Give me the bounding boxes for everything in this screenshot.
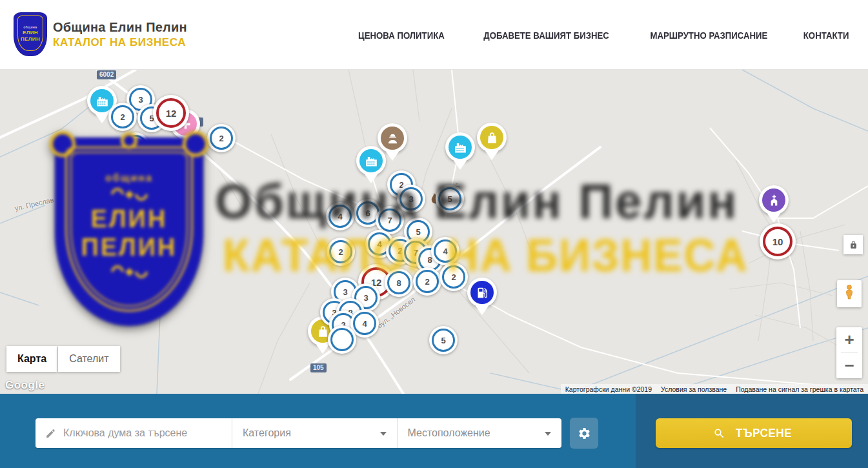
lock-icon: [849, 241, 858, 249]
chevron-down-icon: [380, 432, 387, 439]
attribution-copyright: Картографски данни ©2019: [561, 385, 656, 393]
municipality-crest-icon: община ЕЛИН ПЕЛИН: [14, 13, 46, 56]
site-logo[interactable]: община ЕЛИН ПЕЛИН Община Елин Пелин КАТА…: [14, 13, 187, 56]
nav-route-schedule[interactable]: МАРШРУТНО РАЗПИСАНИЕ: [650, 30, 767, 41]
cluster-ring: [124, 135, 147, 158]
cluster-marker[interactable]: 2: [207, 124, 236, 152]
cluster-count: 2: [425, 277, 429, 287]
map-canvas[interactable]: ул. Преславбул. „Новоселци“ 6002105 3251…: [0, 70, 868, 394]
keyword-segment: [35, 418, 232, 448]
pegman-icon: [842, 284, 857, 303]
cluster-marker[interactable]: 12: [153, 95, 189, 131]
google-logo[interactable]: Google: [5, 379, 45, 392]
crest-top-label: община: [23, 25, 37, 29]
cluster-count: 4: [362, 319, 367, 329]
map-type-control: Карта Сателит: [6, 346, 120, 372]
cluster-marker[interactable]: 10: [760, 223, 796, 259]
crest-line1: ЕЛИН: [23, 30, 38, 36]
cluster-count: 10: [772, 236, 783, 247]
gear-icon: [578, 427, 591, 440]
cluster-count: 4: [443, 247, 447, 256]
cluster-count: 12: [166, 108, 177, 119]
cluster-marker[interactable]: 4: [326, 202, 354, 230]
site-title: Община Елин Пелин: [53, 20, 187, 35]
cluster-marker[interactable]: 3: [397, 185, 425, 213]
cluster-marker[interactable]: 4: [431, 237, 459, 265]
cluster-marker[interactable]: 2: [327, 238, 355, 266]
advanced-settings-button[interactable]: [570, 418, 598, 449]
lock-button[interactable]: [843, 235, 863, 254]
cluster-count: 2: [120, 112, 125, 122]
cluster-marker[interactable]: [121, 132, 150, 161]
location-select[interactable]: Местоположение: [398, 418, 562, 448]
cluster-marker[interactable]: 2: [413, 267, 441, 296]
cluster-ring: [330, 328, 354, 351]
cluster-count: 5: [416, 227, 420, 237]
cluster-count: 3: [409, 194, 413, 204]
attribution-report-link[interactable]: Подаване на сигнал за грешка в картата: [731, 385, 868, 393]
site-subtitle: КАТАЛОГ НА БИЗНЕСА: [53, 36, 187, 49]
cluster-count: 2: [219, 134, 223, 143]
nav-contacts[interactable]: КОНТАКТИ: [803, 30, 849, 41]
cluster-marker[interactable]: 5: [429, 326, 458, 354]
cluster-count: 2: [451, 272, 456, 282]
cluster-count: 3: [343, 287, 347, 297]
cluster-marker[interactable]: 2: [439, 263, 468, 291]
category-select[interactable]: Категория: [232, 418, 397, 448]
search-button[interactable]: ТЪРСЕНЕ: [656, 418, 852, 448]
cluster-markers-layer: 325122235647542278412822333834510: [0, 70, 868, 394]
zoom-in-button[interactable]: +: [836, 327, 862, 352]
chevron-down-icon: [545, 432, 551, 439]
cluster-count: 2: [338, 247, 343, 257]
map-type-satellite-button[interactable]: Сателит: [58, 346, 119, 372]
cluster-count: 7: [387, 216, 392, 225]
category-select-value: Категория: [243, 427, 291, 439]
cluster-marker[interactable]: [328, 325, 356, 354]
search-button-label: ТЪРСЕНЕ: [736, 426, 792, 440]
keyword-input[interactable]: [63, 427, 232, 439]
page: община ЕЛИН ПЕЛИН Община Елин Пелин КАТА…: [0, 0, 868, 468]
map-attribution: Картографски данни ©2019 Условия за полз…: [561, 384, 868, 394]
attribution-terms-link[interactable]: Условия за ползване: [656, 385, 731, 393]
street-view-pegman[interactable]: [837, 280, 862, 307]
zoom-control: + −: [836, 327, 862, 378]
cluster-marker[interactable]: 5: [436, 185, 464, 213]
nav-add-business[interactable]: ДОБАВЕТЕ ВАШИЯТ БИЗНЕС: [483, 30, 609, 41]
cluster-count: 5: [447, 194, 452, 204]
search-bar: Категория Местоположение ТЪРСЕНЕ: [0, 394, 868, 468]
search-icon: [713, 427, 725, 440]
location-select-value: Местоположение: [408, 427, 490, 439]
map-type-map-button[interactable]: Карта: [6, 346, 57, 372]
zoom-out-button[interactable]: −: [836, 353, 862, 378]
crest-line2: ПЕЛИН: [21, 36, 40, 42]
header: община ЕЛИН ПЕЛИН Община Елин Пелин КАТА…: [0, 0, 868, 70]
search-box: Категория Местоположение: [35, 418, 561, 448]
cluster-count: 4: [338, 212, 342, 221]
cluster-count: 3: [138, 95, 143, 105]
pencil-icon: [45, 428, 56, 439]
cluster-count: 6: [365, 209, 370, 218]
cluster-marker[interactable]: 8: [385, 269, 413, 297]
cluster-count: 8: [396, 278, 401, 288]
cluster-count: 4: [377, 239, 381, 249]
cluster-count: 5: [441, 336, 445, 345]
main-nav: ЦЕНОВА ПОЛИТИКА ДОБАВЕТЕ ВАШИЯТ БИЗНЕС М…: [352, 0, 852, 70]
nav-pricing[interactable]: ЦЕНОВА ПОЛИТИКА: [358, 30, 445, 41]
cluster-count: 3: [363, 293, 368, 303]
cluster-marker[interactable]: 2: [108, 103, 137, 131]
